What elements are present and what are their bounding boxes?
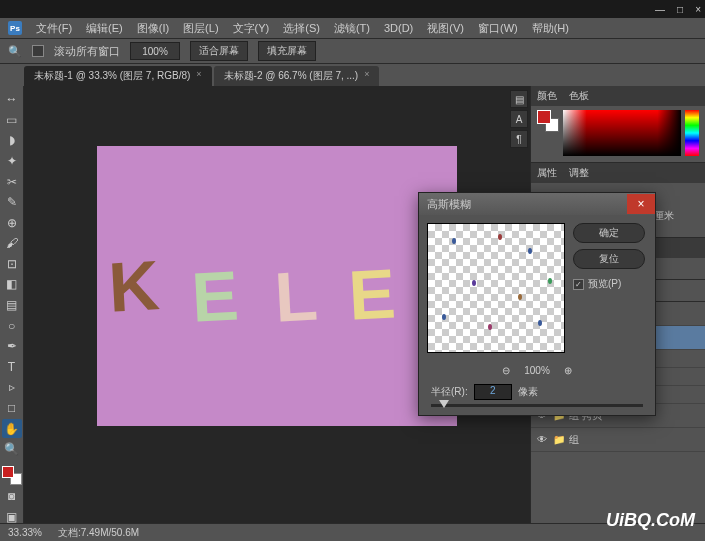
color-swatches[interactable] [2, 466, 22, 485]
swatches-panel-tab[interactable]: 色板 [569, 89, 589, 103]
dialog-preview-checkbox[interactable]: ✓ [573, 279, 584, 290]
visibility-icon[interactable]: 👁 [535, 434, 549, 445]
maximize-button[interactable]: □ [677, 4, 683, 15]
radius-unit: 像素 [518, 385, 538, 399]
stamp-tool[interactable]: ⊡ [2, 255, 22, 274]
menu-filter[interactable]: 滤镜(T) [334, 21, 370, 36]
canvas-image: K E L E [97, 146, 457, 426]
lasso-tool[interactable]: ◗ [2, 131, 22, 150]
para-panel-icon[interactable]: ¶ [510, 130, 528, 148]
quick-mask-tool[interactable]: ◙ [2, 487, 22, 506]
layer-row[interactable]: 👁 📁 组 [531, 428, 705, 452]
heal-tool[interactable]: ⊕ [2, 213, 22, 232]
dialog-titlebar[interactable]: 高斯模糊 × [419, 193, 655, 215]
type-tool[interactable]: T [2, 358, 22, 377]
dialog-title-text: 高斯模糊 [427, 197, 471, 212]
char-panel-icon[interactable]: A [510, 110, 528, 128]
zoom-out-icon[interactable]: ⊖ [502, 365, 510, 376]
menu-window[interactable]: 窗口(W) [478, 21, 518, 36]
dialog-ok-button[interactable]: 确定 [573, 223, 645, 243]
pen-tool[interactable]: ✒ [2, 337, 22, 356]
path-tool[interactable]: ▹ [2, 378, 22, 397]
dialog-preview[interactable] [427, 223, 565, 353]
menu-type[interactable]: 文字(Y) [233, 21, 270, 36]
color-panel-tab[interactable]: 颜色 [537, 89, 557, 103]
fill-screen-button[interactable]: 填充屏幕 [258, 41, 316, 61]
crop-tool[interactable]: ✂ [2, 172, 22, 191]
properties-panel-tab[interactable]: 属性 [537, 166, 557, 180]
tab-label: 未标题-1 @ 33.3% (图层 7, RGB/8) [34, 69, 190, 83]
document-tab-1[interactable]: 未标题-1 @ 33.3% (图层 7, RGB/8) × [24, 66, 212, 86]
fit-screen-button[interactable]: 适合屏幕 [190, 41, 248, 61]
dialog-preview-label: 预览(P) [588, 277, 621, 291]
status-zoom[interactable]: 33.33% [8, 527, 42, 538]
gradient-tool[interactable]: ▤ [2, 296, 22, 315]
menu-edit[interactable]: 编辑(E) [86, 21, 123, 36]
menu-layer[interactable]: 图层(L) [183, 21, 218, 36]
toolbox: ↔ ▭ ◗ ✦ ✂ ✎ ⊕ 🖌 ⊡ ◧ ▤ ○ ✒ T ▹ □ ✋ 🔍 ◙ ▣ [0, 86, 24, 526]
eraser-tool[interactable]: ◧ [2, 275, 22, 294]
collapsed-panels: ▤ A ¶ [510, 90, 530, 150]
wand-tool[interactable]: ✦ [2, 152, 22, 171]
menu-file[interactable]: 文件(F) [36, 21, 72, 36]
scroll-all-checkbox[interactable] [32, 45, 44, 57]
zoom-tool-icon: 🔍 [8, 45, 22, 58]
gaussian-blur-dialog: 高斯模糊 × 确定 复位 ✓ 预览(P) ⊖ 100% ⊕ [418, 192, 656, 416]
document-tab-2[interactable]: 未标题-2 @ 66.7% (图层 7, ...) × [214, 66, 380, 86]
zoom-in-icon[interactable]: ⊕ [564, 365, 572, 376]
status-doc-info[interactable]: 文档:7.49M/50.6M [58, 526, 139, 540]
history-panel-icon[interactable]: ▤ [510, 90, 528, 108]
zoom-tool[interactable]: 🔍 [2, 440, 22, 459]
watermark: UiBQ.CoM [606, 510, 695, 531]
scroll-all-label: 滚动所有窗口 [54, 44, 120, 59]
move-tool[interactable]: ↔ [2, 90, 22, 109]
brush-tool[interactable]: 🖌 [2, 234, 22, 253]
radius-label: 半径(R): [431, 385, 468, 399]
marquee-tool[interactable]: ▭ [2, 111, 22, 130]
menu-3d[interactable]: 3D(D) [384, 22, 413, 34]
foreground-color[interactable] [2, 466, 14, 478]
window-titlebar: — □ × [0, 0, 705, 18]
dialog-close-button[interactable]: × [627, 194, 655, 214]
radius-input[interactable]: 2 [474, 384, 512, 400]
color-spectrum[interactable] [563, 110, 681, 156]
eyedropper-tool[interactable]: ✎ [2, 193, 22, 212]
hue-slider[interactable] [685, 110, 699, 156]
options-bar: 🔍 滚动所有窗口 100% 适合屏幕 填充屏幕 [0, 38, 705, 64]
shape-tool[interactable]: □ [2, 399, 22, 418]
panel-swatches[interactable] [537, 110, 559, 132]
app-icon: Ps [8, 21, 22, 35]
tab-label: 未标题-2 @ 66.7% (图层 7, ...) [224, 69, 359, 83]
panel-fg-color[interactable] [537, 110, 551, 124]
hand-tool[interactable]: ✋ [2, 419, 22, 438]
dialog-zoom-value: 100% [524, 365, 550, 376]
dialog-cancel-button[interactable]: 复位 [573, 249, 645, 269]
layer-name[interactable]: 组 [569, 433, 579, 447]
color-panel [531, 106, 705, 162]
blur-tool[interactable]: ○ [2, 316, 22, 335]
radius-slider[interactable] [431, 404, 643, 407]
folder-icon: 📁 [553, 434, 565, 445]
status-bar: 33.33% 文档:7.49M/50.6M [0, 523, 705, 541]
menu-view[interactable]: 视图(V) [427, 21, 464, 36]
menu-select[interactable]: 选择(S) [283, 21, 320, 36]
slider-handle[interactable] [439, 400, 449, 408]
zoom-input[interactable]: 100% [130, 42, 180, 60]
menu-image[interactable]: 图像(I) [137, 21, 169, 36]
menu-help[interactable]: 帮助(H) [532, 21, 569, 36]
tab-close-icon[interactable]: × [196, 69, 201, 83]
document-tabs: 未标题-1 @ 33.3% (图层 7, RGB/8) × 未标题-2 @ 66… [0, 64, 705, 86]
close-button[interactable]: × [695, 4, 701, 15]
tab-close-icon[interactable]: × [364, 69, 369, 83]
adjustments-panel-tab[interactable]: 调整 [569, 166, 589, 180]
minimize-button[interactable]: — [655, 4, 665, 15]
menu-bar: Ps 文件(F) 编辑(E) 图像(I) 图层(L) 文字(Y) 选择(S) 滤… [0, 18, 705, 38]
